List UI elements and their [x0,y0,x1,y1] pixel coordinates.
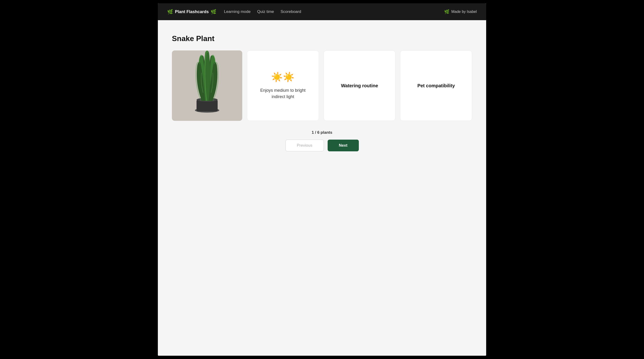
brand-label: Plant Flashcards [175,10,209,14]
leaf-icon-right: 🌿 [210,9,216,15]
nav-quiz-time[interactable]: Quiz time [257,10,274,14]
leaf-icon-left: 🌿 [167,9,173,15]
nav-learning-mode[interactable]: Learning mode [224,10,250,14]
plant-illustration [176,51,238,116]
nav-links: Learning mode Quiz time Scoreboard [224,10,301,14]
next-button[interactable]: Next [328,140,359,151]
header-right: 🌿 Made by Isabel [444,9,477,14]
brand-logo[interactable]: 🌿 Plant Flashcards 🌿 [167,9,216,15]
plant-image-card [172,51,242,121]
header-left: 🌿 Plant Flashcards 🌿 Learning mode Quiz … [167,9,301,15]
sun-icon: ☀️☀️ [271,72,294,83]
watering-card[interactable]: Watering routine [324,51,396,121]
light-card[interactable]: ☀️☀️ Enjoys medium to bright indirect li… [247,51,319,121]
cards-row: ☀️☀️ Enjoys medium to bright indirect li… [172,51,472,121]
previous-button[interactable]: Previous [286,140,324,151]
nav-buttons: Previous Next [286,140,359,151]
pet-card-title: Pet compatibility [418,83,455,89]
main-content: Snake Plant [158,20,486,356]
light-card-text: Enjoys medium to bright indirect light [255,87,311,100]
pet-card[interactable]: Pet compatibility [400,51,472,121]
made-by-label: Made by Isabel [451,10,477,14]
page-counter: 1 / 6 plants [312,130,332,135]
made-by-leaf-icon: 🌿 [444,9,449,14]
header: 🌿 Plant Flashcards 🌿 Learning mode Quiz … [158,3,486,20]
plant-title: Snake Plant [172,34,472,43]
watering-card-title: Watering routine [341,83,378,89]
nav-scoreboard[interactable]: Scoreboard [280,10,301,14]
app-window: 🌿 Plant Flashcards 🌿 Learning mode Quiz … [158,3,486,356]
pagination: 1 / 6 plants Previous Next [172,130,472,151]
